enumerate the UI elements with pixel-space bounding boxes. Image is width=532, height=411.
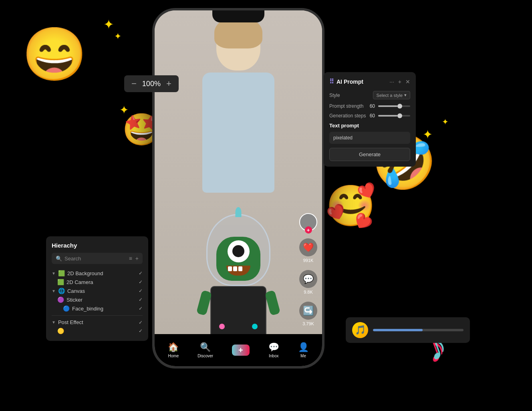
me-icon: 👤	[298, 342, 309, 353]
nav-discover[interactable]: 🔍 Discover	[197, 342, 213, 358]
robot-dot-pink	[219, 324, 225, 329]
robot-pupil	[232, 245, 244, 257]
share-button[interactable]: ↪️ 3.79K	[299, 302, 317, 326]
ai-panel-header: ⠿ AI Prompt ··· + ✕	[329, 78, 410, 85]
ai-prompt-strength-row: Prompt strength 60	[329, 103, 410, 109]
phone-mockup: + ❤️ 991K 💬 9.8K ↪️ 3.79K 🏠	[152, 8, 324, 369]
robot-dot-teal	[252, 324, 258, 329]
text-prompt-label: Text prompt	[329, 123, 410, 129]
style-select[interactable]: Select a style ▾	[373, 91, 410, 99]
nav-discover-label: Discover	[197, 354, 213, 358]
player-progress-track[interactable]	[373, 329, 463, 331]
tree-item-sticker[interactable]: 🟣 Sticker ✓	[52, 295, 143, 304]
add-hierarchy-button[interactable]: +	[135, 255, 139, 262]
player-tiktok-icon: 🎵	[352, 322, 368, 338]
chevron-down-icon: ▼	[52, 320, 56, 324]
nav-me[interactable]: 👤 Me	[298, 342, 309, 358]
chevron-down-icon: ▾	[404, 93, 407, 98]
tree-item-2d-background[interactable]: ▼ 🟩 2D Background ✓	[52, 269, 143, 278]
hierarchy-search[interactable]: 🔍 Search ≡ +	[52, 253, 143, 264]
phone-notch	[212, 10, 264, 22]
tree-label-sticker: Sticker	[66, 297, 83, 303]
player-progress-fill	[373, 329, 423, 331]
style-select-text: Select a style	[377, 93, 403, 98]
sparkle-1: ✦	[103, 17, 114, 32]
sticker-icon: 🟣	[57, 296, 64, 303]
text-prompt-input[interactable]: pixelated	[329, 132, 410, 144]
player-bar: 🎵	[346, 317, 470, 343]
tree-item-face-binding[interactable]: 🔵 Face_binding ✓	[52, 304, 143, 313]
sparkle-2: ✦	[114, 31, 121, 42]
side-actions: + ❤️ 991K 💬 9.8K ↪️ 3.79K	[299, 213, 317, 326]
checkmark-icon: ✓	[139, 288, 143, 294]
hierarchy-panel: Hierachy 🔍 Search ≡ + ▼ 🟩 2D Background …	[46, 236, 148, 341]
robot-tooth	[228, 266, 232, 271]
nav-inbox-label: Inbox	[269, 354, 278, 358]
ai-prompt-panel: ⠿ AI Prompt ··· + ✕ Style Select a style…	[324, 72, 416, 167]
camera-icon: 🟩	[57, 279, 64, 285]
tree-label-post-effect: Post Effect	[58, 319, 83, 325]
tree-item-post-effect[interactable]: ▼ Post Effect ✓	[52, 318, 143, 326]
generate-button[interactable]: Generate	[329, 148, 410, 161]
tiktok-nav-bar: 🏠 Home 🔍 Discover + 💬 Inbox 👤 Me	[155, 334, 322, 366]
nav-inbox[interactable]: 💬 Inbox	[268, 342, 279, 358]
ai-style-row: Style Select a style ▾	[329, 91, 410, 99]
zoom-control: − 100% +	[124, 75, 179, 92]
phone-outer: + ❤️ 991K 💬 9.8K ↪️ 3.79K 🏠	[152, 8, 324, 369]
home-icon: 🏠	[168, 342, 179, 353]
face-binding-icon: 🔵	[63, 305, 70, 312]
robot-mouth	[226, 266, 250, 276]
prompt-strength-slider[interactable]	[378, 105, 410, 107]
nav-add-button[interactable]: +	[232, 345, 250, 356]
sparkle-5: ✦	[442, 117, 449, 127]
tree-label-2d-background: 2D Background	[67, 270, 103, 276]
robot-character	[198, 214, 278, 334]
robot-arm-right	[265, 290, 281, 316]
nav-home[interactable]: 🏠 Home	[168, 342, 179, 358]
generation-steps-slider[interactable]	[378, 115, 410, 117]
person-head	[216, 22, 260, 71]
ai-grid-icon: ⠿	[329, 78, 334, 85]
slider-fill	[378, 105, 397, 107]
tree-item-canvas[interactable]: ▼ 🌐 Canvas ✓	[52, 286, 143, 295]
ai-generation-steps-row: Generation steps 60	[329, 113, 410, 119]
style-label: Style	[329, 93, 340, 98]
filter-icon[interactable]: ≡	[129, 255, 132, 262]
inbox-icon: 💬	[268, 342, 279, 353]
ai-more-button[interactable]: ···	[389, 79, 394, 85]
hierarchy-title: Hierachy	[52, 242, 143, 249]
zoom-minus-button[interactable]: −	[131, 79, 137, 88]
comment-button[interactable]: 💬 9.8K	[299, 270, 317, 294]
ai-title-text: AI Prompt	[337, 79, 363, 85]
emoji-laughing: 😄	[22, 24, 87, 85]
robot-dome	[206, 214, 270, 286]
prompt-strength-value: 60	[370, 103, 375, 109]
slider-fill	[378, 115, 397, 117]
robot-head	[216, 237, 260, 281]
zoom-plus-button[interactable]: +	[166, 79, 171, 88]
chevron-down-icon: ▼	[52, 289, 56, 293]
checkmark-icon: ✓	[139, 279, 143, 285]
person-body	[202, 73, 274, 193]
avatar[interactable]: +	[299, 213, 317, 231]
ai-panel-title: ⠿ AI Prompt	[329, 78, 363, 85]
generation-steps-value: 60	[370, 113, 375, 119]
follow-plus-icon[interactable]: +	[305, 226, 312, 234]
tree-label-face-binding: Face_binding	[72, 306, 103, 312]
effect-icon: 🟡	[57, 328, 64, 334]
ai-close-button[interactable]: ✕	[405, 79, 410, 85]
robot-eye	[228, 240, 250, 262]
search-placeholder-text: Search	[64, 256, 81, 262]
search-controls: ≡ +	[129, 255, 139, 262]
tree-item-2d-camera[interactable]: 🟩 2D Camera ✓	[52, 278, 143, 286]
comment-icon: 💬	[299, 270, 317, 288]
comment-count: 9.8K	[304, 290, 313, 294]
checkmark-icon: ✓	[139, 306, 143, 311]
tree-item-effect-item[interactable]: 🟡 ✓	[52, 326, 143, 335]
ai-add-button[interactable]: +	[398, 79, 401, 85]
like-button[interactable]: ❤️ 991K	[299, 238, 317, 263]
discover-icon: 🔍	[200, 342, 211, 353]
search-icon: 🔍	[56, 256, 62, 262]
checkmark-icon: ✓	[139, 297, 143, 302]
robot-tooth	[238, 266, 242, 271]
